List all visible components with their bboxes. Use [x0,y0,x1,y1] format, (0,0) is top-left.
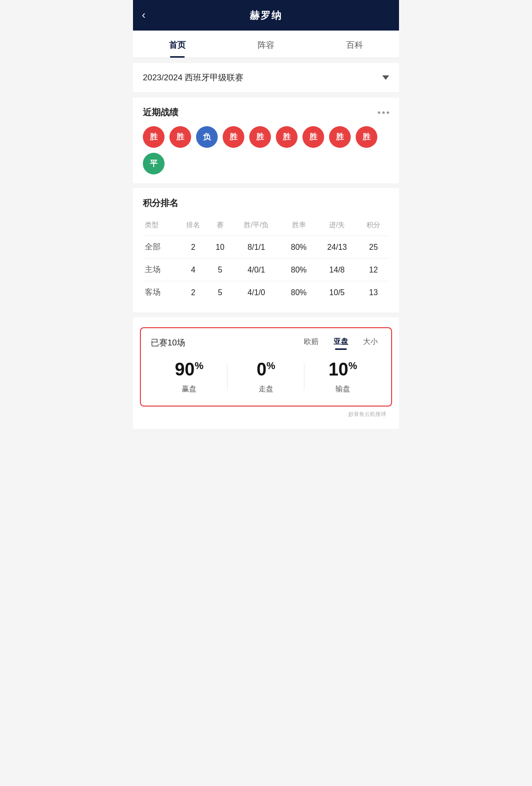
page-title: 赫罗纳 [250,9,282,22]
handicap-col-label: 欧赔 [300,337,322,346]
result-badge: 胜 [276,126,298,148]
standings-col-header: 胜/平/负 [231,218,281,236]
result-badge: 胜 [356,126,377,148]
standings-cell: 14/8 [316,259,358,281]
standings-cell: 80% [281,259,316,281]
standings-section: 积分排名 类型排名赛胜/平/负胜率进/失积分 全部2108/1/180%24/1… [133,188,399,312]
handicap-title: 已赛10场 [151,337,185,348]
standings-title: 积分排名 [143,197,389,209]
tab-lineup[interactable]: 阵容 [222,31,310,58]
percent-sign: % [195,360,203,371]
standings-col-header: 胜率 [281,218,316,236]
divider-3 [133,183,399,188]
dot-2 [382,111,385,114]
stat-percent-value: 10% [304,360,381,379]
stat-percent-value: 0% [228,360,304,379]
dropdown-arrow-icon [382,75,389,80]
recent-results-section: 近期战绩 胜胜负胜胜胜胜胜胜平 [133,98,399,183]
back-button[interactable]: ‹ [142,9,145,22]
result-badge: 胜 [302,126,324,148]
standings-cell: 4 [178,259,209,281]
handicap-stat: 10%输盘 [304,360,381,394]
handicap-header: 已赛10场 欧赔亚盘大小 [151,337,381,350]
standings-cell: 2 [178,281,209,304]
standings-cell: 10 [209,236,231,259]
standings-cell: 5 [209,281,231,304]
result-badge: 胜 [169,126,191,148]
result-badge: 胜 [249,126,271,148]
header: ‹ 赫罗纳 [133,0,399,31]
standings-cell: 客场 [143,281,178,304]
standings-cell: 80% [281,236,316,259]
handicap-section: 已赛10场 欧赔亚盘大小 90%赢盘0%走盘10%输盘 [140,327,392,407]
standings-cell: 25 [358,236,389,259]
tabs-bar: 首页 阵容 百科 [133,31,399,58]
standings-cell: 5 [209,259,231,281]
recent-results-header: 近期战绩 [143,106,389,118]
result-badge: 负 [196,126,218,148]
standings-col-header: 类型 [143,218,178,236]
percent-sign: % [266,360,275,371]
standings-cell: 10/5 [316,281,358,304]
handicap-col-label: 亚盘 [330,337,352,346]
dot-1 [378,111,380,114]
standings-cell: 4/0/1 [231,259,281,281]
standings-col-header: 赛 [209,218,231,236]
stat-label: 走盘 [228,384,304,394]
handicap-stat: 0%走盘 [228,360,304,394]
tab-wiki[interactable]: 百科 [310,31,399,58]
active-tab-underline [335,348,347,350]
more-options-button[interactable] [378,111,389,114]
handicap-columns: 欧赔亚盘大小 [300,337,381,350]
standings-cell: 4/1/0 [231,281,281,304]
standings-cell: 80% [281,281,316,304]
result-badge: 胜 [143,126,165,148]
recent-results-title: 近期战绩 [143,106,178,118]
result-badge: 胜 [329,126,351,148]
standings-cell: 主场 [143,259,178,281]
season-text: 2023/2024 西班牙甲级联赛 [143,72,243,83]
standings-row: 全部2108/1/180%24/1325 [143,236,389,259]
stat-label: 输盘 [304,384,381,394]
standings-col-header: 排名 [178,218,209,236]
handicap-stat: 90%赢盘 [151,360,228,394]
standings-cell: 12 [358,259,389,281]
standings-cell: 13 [358,281,389,304]
handicap-stats: 90%赢盘0%走盘10%输盘 [151,360,381,394]
results-row: 胜胜负胜胜胜胜胜胜平 [143,126,389,174]
result-badge: 胜 [223,126,244,148]
season-selector[interactable]: 2023/2024 西班牙甲级联赛 [133,63,399,93]
watermark: 妙算鱼云机推球 [140,407,392,422]
handicap-col-label: 大小 [360,337,381,346]
standings-row: 客场254/1/080%10/513 [143,281,389,304]
stat-label: 赢盘 [151,384,228,394]
standings-col-header: 积分 [358,218,389,236]
divider-4 [133,312,399,317]
result-badge: 平 [143,153,165,174]
stat-percent-value: 90% [151,360,228,379]
standings-table: 类型排名赛胜/平/负胜率进/失积分 全部2108/1/180%24/1325主场… [143,218,389,304]
standings-cell: 24/13 [316,236,358,259]
standings-cell: 2 [178,236,209,259]
handicap-col-tab[interactable]: 欧赔 [300,337,322,350]
dot-3 [387,111,389,114]
standings-cell: 8/1/1 [231,236,281,259]
percent-sign: % [348,360,357,371]
standings-col-header: 进/失 [316,218,358,236]
divider-1 [133,58,399,63]
standings-cell: 全部 [143,236,178,259]
handicap-col-tab[interactable]: 亚盘 [330,337,352,350]
tab-home[interactable]: 首页 [133,31,222,58]
divider-2 [133,93,399,98]
standings-row: 主场454/0/180%14/812 [143,259,389,281]
handicap-col-tab[interactable]: 大小 [360,337,381,350]
